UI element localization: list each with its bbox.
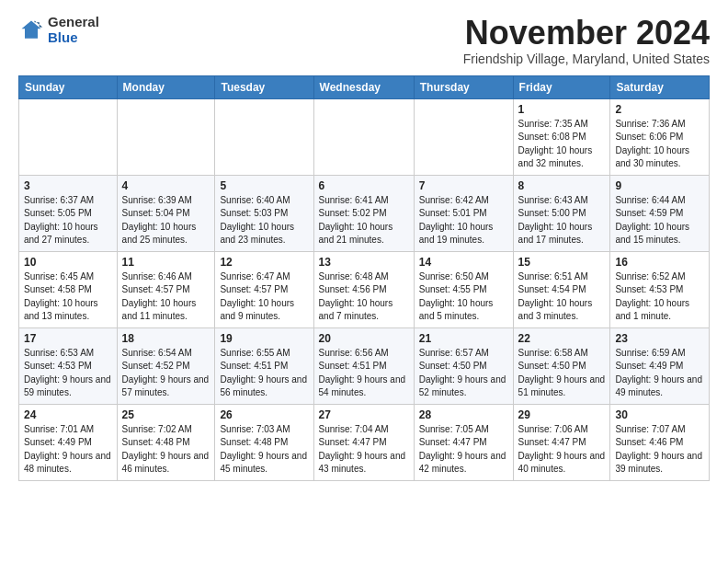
calendar-cell: [117, 98, 215, 175]
day-number: 27: [319, 408, 409, 421]
day-number: 25: [122, 408, 210, 421]
day-info: Sunrise: 7:02 AM Sunset: 4:48 PM Dayligh…: [122, 423, 210, 477]
calendar-cell: 30Sunrise: 7:07 AM Sunset: 4:46 PM Dayli…: [610, 404, 710, 480]
day-info: Sunrise: 6:55 AM Sunset: 4:51 PM Dayligh…: [220, 347, 308, 400]
day-number: 4: [122, 179, 210, 192]
calendar-cell: 27Sunrise: 7:04 AM Sunset: 4:47 PM Dayli…: [313, 404, 414, 480]
logo-text: General Blue: [48, 15, 99, 45]
calendar-cell: 20Sunrise: 6:56 AM Sunset: 4:51 PM Dayli…: [313, 327, 414, 404]
calendar-cell: 18Sunrise: 6:54 AM Sunset: 4:52 PM Dayli…: [117, 327, 215, 404]
day-number: 18: [122, 332, 210, 345]
day-info: Sunrise: 6:56 AM Sunset: 4:51 PM Dayligh…: [319, 347, 409, 400]
day-info: Sunrise: 6:58 AM Sunset: 4:50 PM Dayligh…: [518, 347, 606, 400]
day-info: Sunrise: 6:52 AM Sunset: 4:53 PM Dayligh…: [615, 270, 704, 324]
calendar-cell: 12Sunrise: 6:47 AM Sunset: 4:57 PM Dayli…: [215, 251, 313, 327]
day-number: 10: [24, 256, 112, 269]
day-info: Sunrise: 7:03 AM Sunset: 4:48 PM Dayligh…: [220, 423, 308, 477]
day-info: Sunrise: 6:51 AM Sunset: 4:54 PM Dayligh…: [518, 270, 606, 324]
calendar-cell: 13Sunrise: 6:48 AM Sunset: 4:56 PM Dayli…: [313, 251, 414, 327]
day-info: Sunrise: 6:39 AM Sunset: 5:04 PM Dayligh…: [122, 194, 210, 247]
subtitle: Friendship Village, Maryland, United Sta…: [463, 52, 710, 66]
calendar: SundayMondayTuesdayWednesdayThursdayFrid…: [18, 75, 710, 481]
calendar-week-1: 1Sunrise: 7:35 AM Sunset: 6:08 PM Daylig…: [19, 98, 710, 175]
calendar-cell: 4Sunrise: 6:39 AM Sunset: 5:04 PM Daylig…: [117, 175, 215, 251]
day-number: 7: [419, 179, 508, 192]
calendar-header-row: SundayMondayTuesdayWednesdayThursdayFrid…: [19, 75, 710, 98]
calendar-cell: [215, 98, 313, 175]
day-number: 13: [319, 256, 409, 269]
calendar-cell: 26Sunrise: 7:03 AM Sunset: 4:48 PM Dayli…: [215, 404, 313, 480]
calendar-cell: 6Sunrise: 6:41 AM Sunset: 5:02 PM Daylig…: [313, 175, 414, 251]
day-number: 19: [220, 332, 308, 345]
day-header-friday: Friday: [513, 75, 610, 98]
day-info: Sunrise: 6:44 AM Sunset: 4:59 PM Dayligh…: [615, 194, 704, 247]
calendar-cell: [414, 98, 513, 175]
calendar-cell: 15Sunrise: 6:51 AM Sunset: 4:54 PM Dayli…: [513, 251, 610, 327]
calendar-cell: 10Sunrise: 6:45 AM Sunset: 4:58 PM Dayli…: [19, 251, 118, 327]
day-number: 22: [518, 332, 606, 345]
calendar-cell: [19, 98, 118, 175]
calendar-week-5: 24Sunrise: 7:01 AM Sunset: 4:49 PM Dayli…: [19, 404, 710, 480]
day-number: 21: [419, 332, 508, 345]
day-header-thursday: Thursday: [414, 75, 513, 98]
calendar-week-2: 3Sunrise: 6:37 AM Sunset: 5:05 PM Daylig…: [19, 175, 710, 251]
day-number: 30: [615, 408, 704, 421]
calendar-cell: 11Sunrise: 6:46 AM Sunset: 4:57 PM Dayli…: [117, 251, 215, 327]
calendar-cell: 21Sunrise: 6:57 AM Sunset: 4:50 PM Dayli…: [414, 327, 513, 404]
day-number: 12: [220, 256, 308, 269]
calendar-cell: 23Sunrise: 6:59 AM Sunset: 4:49 PM Dayli…: [610, 327, 710, 404]
day-info: Sunrise: 6:42 AM Sunset: 5:01 PM Dayligh…: [419, 194, 508, 247]
day-info: Sunrise: 6:48 AM Sunset: 4:56 PM Dayligh…: [319, 270, 409, 324]
day-info: Sunrise: 6:54 AM Sunset: 4:52 PM Dayligh…: [122, 347, 210, 400]
title-area: November 2024 Friendship Village, Maryla…: [463, 15, 710, 66]
calendar-cell: 7Sunrise: 6:42 AM Sunset: 5:01 PM Daylig…: [414, 175, 513, 251]
day-number: 20: [319, 332, 409, 345]
calendar-week-4: 17Sunrise: 6:53 AM Sunset: 4:53 PM Dayli…: [19, 327, 710, 404]
page: General Blue November 2024 Friendship Vi…: [0, 0, 728, 490]
calendar-cell: 25Sunrise: 7:02 AM Sunset: 4:48 PM Dayli…: [117, 404, 215, 480]
day-info: Sunrise: 6:47 AM Sunset: 4:57 PM Dayligh…: [220, 270, 308, 324]
day-number: 6: [319, 179, 409, 192]
day-header-wednesday: Wednesday: [313, 75, 414, 98]
day-number: 24: [24, 408, 112, 421]
day-number: 29: [518, 408, 606, 421]
month-title: November 2024: [463, 15, 710, 52]
day-info: Sunrise: 7:35 AM Sunset: 6:08 PM Dayligh…: [518, 118, 606, 171]
day-header-monday: Monday: [117, 75, 215, 98]
day-info: Sunrise: 7:01 AM Sunset: 4:49 PM Dayligh…: [24, 423, 112, 477]
calendar-cell: 2Sunrise: 7:36 AM Sunset: 6:06 PM Daylig…: [610, 98, 710, 175]
day-number: 8: [518, 179, 606, 192]
day-info: Sunrise: 7:36 AM Sunset: 6:06 PM Dayligh…: [615, 118, 704, 171]
day-number: 28: [419, 408, 508, 421]
day-number: 15: [518, 256, 606, 269]
calendar-cell: 24Sunrise: 7:01 AM Sunset: 4:49 PM Dayli…: [19, 404, 118, 480]
logo: General Blue: [18, 15, 99, 45]
calendar-cell: 16Sunrise: 6:52 AM Sunset: 4:53 PM Dayli…: [610, 251, 710, 327]
calendar-week-3: 10Sunrise: 6:45 AM Sunset: 4:58 PM Dayli…: [19, 251, 710, 327]
day-number: 17: [24, 332, 112, 345]
day-number: 1: [518, 103, 606, 116]
day-header-tuesday: Tuesday: [215, 75, 313, 98]
day-header-saturday: Saturday: [610, 75, 710, 98]
day-info: Sunrise: 7:07 AM Sunset: 4:46 PM Dayligh…: [615, 423, 704, 477]
calendar-cell: 5Sunrise: 6:40 AM Sunset: 5:03 PM Daylig…: [215, 175, 313, 251]
logo-general: General: [48, 15, 99, 30]
calendar-cell: 1Sunrise: 7:35 AM Sunset: 6:08 PM Daylig…: [513, 98, 610, 175]
day-number: 5: [220, 179, 308, 192]
day-number: 2: [615, 103, 704, 116]
day-number: 23: [615, 332, 704, 345]
calendar-cell: 28Sunrise: 7:05 AM Sunset: 4:47 PM Dayli…: [414, 404, 513, 480]
day-number: 11: [122, 256, 210, 269]
calendar-cell: 19Sunrise: 6:55 AM Sunset: 4:51 PM Dayli…: [215, 327, 313, 404]
calendar-cell: 8Sunrise: 6:43 AM Sunset: 5:00 PM Daylig…: [513, 175, 610, 251]
calendar-cell: 14Sunrise: 6:50 AM Sunset: 4:55 PM Dayli…: [414, 251, 513, 327]
day-info: Sunrise: 6:45 AM Sunset: 4:58 PM Dayligh…: [24, 270, 112, 324]
day-info: Sunrise: 6:57 AM Sunset: 4:50 PM Dayligh…: [419, 347, 508, 400]
day-info: Sunrise: 6:50 AM Sunset: 4:55 PM Dayligh…: [419, 270, 508, 324]
day-info: Sunrise: 7:04 AM Sunset: 4:47 PM Dayligh…: [319, 423, 409, 477]
calendar-cell: 9Sunrise: 6:44 AM Sunset: 4:59 PM Daylig…: [610, 175, 710, 251]
day-number: 9: [615, 179, 704, 192]
logo-blue: Blue: [48, 30, 99, 46]
day-number: 14: [419, 256, 508, 269]
header: General Blue November 2024 Friendship Vi…: [18, 15, 710, 66]
